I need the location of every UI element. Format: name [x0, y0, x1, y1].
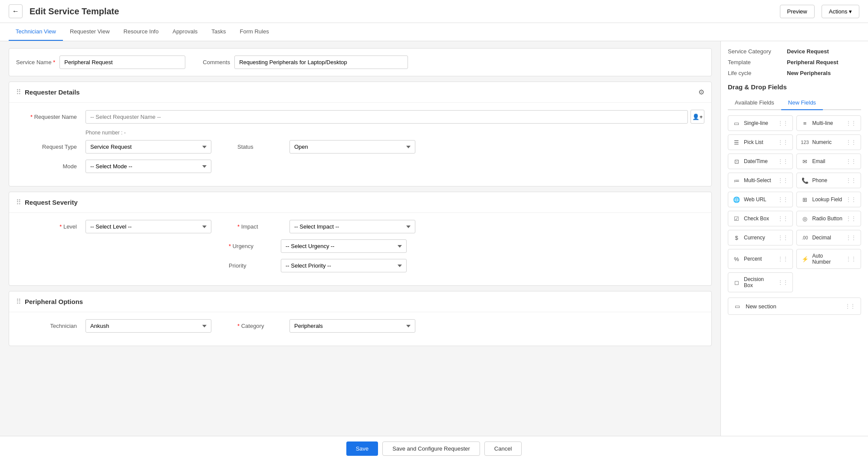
- web-url-drag-handle[interactable]: ⋮⋮: [778, 196, 788, 203]
- preview-button[interactable]: Preview: [780, 5, 815, 18]
- field-currency[interactable]: $ Currency ⋮⋮: [728, 230, 793, 245]
- peripheral-options-drag-handle[interactable]: ⠿: [16, 298, 21, 306]
- field-single-line[interactable]: ▭ Single-line ⋮⋮: [728, 115, 793, 131]
- field-percent[interactable]: % Percent ⋮⋮: [728, 249, 793, 269]
- back-button[interactable]: ←: [9, 4, 23, 18]
- field-radio-button[interactable]: ◎ Radio Button ⋮⋮: [796, 211, 861, 226]
- new-section-item[interactable]: ▭ New section ⋮⋮: [728, 298, 861, 315]
- peripheral-options-body: Technician Ankush * Category Peripherals: [9, 312, 711, 346]
- comments-label: Comments: [203, 59, 230, 65]
- field-decimal[interactable]: .00 Decimal ⋮⋮: [796, 230, 861, 245]
- currency-icon: $: [733, 234, 740, 242]
- field-phone[interactable]: 📞 Phone ⋮⋮: [796, 173, 861, 188]
- request-severity-title: Request Severity: [25, 199, 704, 206]
- urgency-select[interactable]: -- Select Urgency --: [281, 239, 407, 253]
- multi-line-icon: ≡: [801, 119, 809, 127]
- field-multi-select[interactable]: ≔ Multi-Select ⋮⋮: [728, 173, 793, 188]
- web-url-icon: 🌐: [733, 196, 740, 203]
- urgency-row: * Urgency -- Select Urgency --: [16, 239, 704, 253]
- field-auto-number[interactable]: ⚡ Auto Number ⋮⋮: [796, 249, 861, 269]
- decision-box-icon: ◻: [733, 278, 740, 286]
- field-email[interactable]: ✉ Email ⋮⋮: [796, 154, 861, 169]
- decision-box-drag-handle[interactable]: ⋮⋮: [778, 279, 788, 285]
- field-pick-list[interactable]: ☰ Pick List ⋮⋮: [728, 134, 793, 150]
- request-type-select[interactable]: Service Request: [85, 140, 211, 154]
- status-label: Status: [220, 144, 281, 150]
- save-button[interactable]: Save: [346, 441, 378, 456]
- auto-number-drag-handle[interactable]: ⋮⋮: [846, 256, 856, 262]
- datetime-icon: ⊡: [733, 157, 740, 165]
- technician-select[interactable]: Ankush: [85, 319, 211, 333]
- percent-label: Percent: [744, 256, 774, 262]
- right-sidebar: Service Category Device Request Template…: [720, 41, 868, 436]
- field-check-box[interactable]: ☑ Check Box ⋮⋮: [728, 211, 793, 226]
- field-web-url[interactable]: 🌐 Web URL ⋮⋮: [728, 192, 793, 207]
- radio-button-drag-handle[interactable]: ⋮⋮: [846, 216, 856, 222]
- numeric-drag-handle[interactable]: ⋮⋮: [846, 139, 856, 145]
- percent-drag-handle[interactable]: ⋮⋮: [778, 256, 788, 262]
- mode-row: Mode -- Select Mode --: [16, 160, 704, 173]
- template-value: Peripheral Request: [787, 59, 838, 65]
- actions-button[interactable]: Actions ▾: [822, 5, 859, 18]
- left-content: Service Name * Comments ⠿ Requester Deta…: [0, 41, 720, 436]
- impact-label: * Impact: [220, 223, 281, 230]
- requester-add-button[interactable]: 👤+: [690, 110, 704, 124]
- impact-select[interactable]: -- Select Impact --: [289, 220, 415, 233]
- level-select[interactable]: -- Select Level --: [85, 220, 211, 233]
- field-numeric[interactable]: 123 Numeric ⋮⋮: [796, 134, 861, 150]
- tab-new-fields[interactable]: New Fields: [781, 96, 823, 110]
- requester-name-label: * Requester Name: [16, 114, 77, 120]
- peripheral-options-title: Peripheral Options: [25, 298, 704, 305]
- service-category-value: Device Request: [787, 48, 829, 55]
- tab-tasks[interactable]: Tasks: [204, 23, 233, 41]
- new-section-drag-handle[interactable]: ⋮⋮: [845, 303, 855, 309]
- phone-drag-handle[interactable]: ⋮⋮: [846, 177, 856, 183]
- mode-select[interactable]: -- Select Mode --: [85, 160, 211, 173]
- service-name-input[interactable]: [59, 56, 185, 69]
- check-box-drag-handle[interactable]: ⋮⋮: [778, 216, 788, 222]
- tab-form-rules[interactable]: Form Rules: [233, 23, 276, 41]
- currency-drag-handle[interactable]: ⋮⋮: [778, 235, 788, 241]
- lookup-drag-handle[interactable]: ⋮⋮: [846, 196, 856, 203]
- status-select[interactable]: Open: [289, 140, 415, 154]
- requester-name-input[interactable]: [85, 110, 688, 124]
- lifecycle-row: Life cycle New Peripherals: [728, 70, 861, 76]
- decimal-drag-handle[interactable]: ⋮⋮: [846, 235, 856, 241]
- currency-label: Currency: [744, 235, 774, 241]
- requester-details-gear-button[interactable]: ⚙: [698, 88, 704, 96]
- requester-details-drag-handle[interactable]: ⠿: [16, 88, 21, 96]
- tab-available-fields[interactable]: Available Fields: [728, 96, 781, 110]
- multi-select-drag-handle[interactable]: ⋮⋮: [778, 177, 788, 183]
- field-multi-line[interactable]: ≡ Multi-line ⋮⋮: [796, 115, 861, 131]
- phone-number-label: Phone number: [85, 130, 120, 136]
- comments-input[interactable]: [234, 56, 408, 69]
- multi-line-drag-handle[interactable]: ⋮⋮: [846, 120, 856, 126]
- field-decision-box[interactable]: ◻ Decision Box ⋮⋮: [728, 272, 793, 292]
- add-user-icon: 👤+: [692, 114, 703, 120]
- single-line-drag-handle[interactable]: ⋮⋮: [778, 120, 788, 126]
- phone-label: Phone: [812, 177, 843, 183]
- mode-label: Mode: [16, 163, 77, 170]
- tab-resource-info[interactable]: Resource Info: [117, 23, 166, 41]
- category-select[interactable]: Peripherals: [289, 319, 415, 333]
- decimal-icon: .00: [801, 234, 809, 242]
- field-lookup[interactable]: ⊞ Lookup Field ⋮⋮: [796, 192, 861, 207]
- single-line-label: Single-line: [744, 120, 774, 126]
- email-icon: ✉: [801, 157, 809, 165]
- header: ← Edit Service Template Preview Actions …: [0, 0, 868, 23]
- save-configure-button[interactable]: Save and Configure Requester: [382, 441, 480, 456]
- pick-list-drag-handle[interactable]: ⋮⋮: [778, 139, 788, 145]
- tab-requester-view[interactable]: Requester View: [63, 23, 117, 41]
- tab-technician-view[interactable]: Technician View: [9, 23, 63, 41]
- cancel-button[interactable]: Cancel: [484, 441, 522, 456]
- numeric-icon: 123: [801, 138, 809, 146]
- request-severity-drag-handle[interactable]: ⠿: [16, 198, 21, 206]
- decimal-label: Decimal: [812, 235, 843, 241]
- email-drag-handle[interactable]: ⋮⋮: [846, 158, 856, 164]
- priority-select[interactable]: -- Select Priority --: [281, 259, 407, 272]
- tab-approvals[interactable]: Approvals: [165, 23, 204, 41]
- field-datetime[interactable]: ⊡ Date/Time ⋮⋮: [728, 154, 793, 169]
- check-box-icon: ☑: [733, 215, 740, 222]
- datetime-drag-handle[interactable]: ⋮⋮: [778, 158, 788, 164]
- urgency-label: * Urgency: [211, 243, 272, 249]
